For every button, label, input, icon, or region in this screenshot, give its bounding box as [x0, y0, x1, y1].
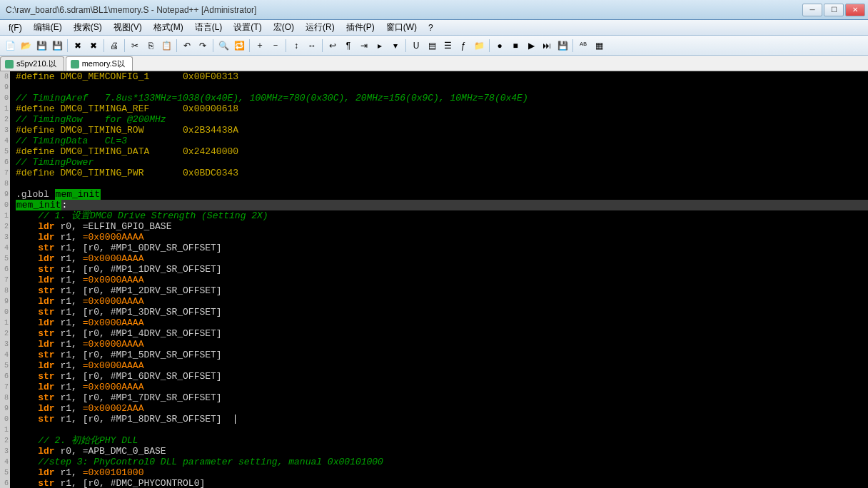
- code-line[interactable]: str r1, [r0, #MP1_4DRV_SR_OFFSET]: [16, 328, 868, 339]
- code-line[interactable]: mem_init:: [16, 200, 868, 210]
- minimize-button[interactable]: ─: [802, 4, 822, 16]
- menu-item[interactable]: 视图(V): [108, 20, 148, 35]
- find-icon[interactable]: 🔍: [216, 39, 231, 53]
- code-line[interactable]: ldr r1, =0x0000AAAA: [16, 339, 868, 350]
- copy-icon[interactable]: ⎘: [143, 39, 158, 53]
- code-line[interactable]: [16, 425, 868, 435]
- code-line[interactable]: ldr r1, =0x0000AAAA: [16, 360, 868, 371]
- code-line[interactable]: str r1, [r0, #MP1_6DRV_SR_OFFSET]: [16, 371, 868, 382]
- menu-item[interactable]: 插件(P): [340, 20, 380, 35]
- code-line[interactable]: [16, 82, 868, 93]
- toolbar-separator: [176, 39, 177, 52]
- play-macro-icon[interactable]: ▶: [524, 39, 538, 53]
- code-line[interactable]: str r1, [r0, #MP1_8DRV_SR_OFFSET]: [16, 414, 868, 425]
- code-line[interactable]: // TimingPower: [16, 157, 868, 168]
- doc-map-icon[interactable]: ▤: [425, 39, 439, 53]
- code-line[interactable]: ldr r1, =0x0000AAAA: [16, 382, 868, 392]
- menu-item[interactable]: 语言(L): [189, 20, 228, 35]
- cut-icon[interactable]: ✂: [128, 39, 142, 53]
- save-icon[interactable]: 💾: [34, 39, 49, 53]
- code-line[interactable]: #define DMC0_MEMCONFIG_1 0x00F00313: [16, 71, 868, 82]
- code-line[interactable]: ldr r1, =0x0000AAAA: [16, 317, 868, 328]
- editor-area[interactable]: 890123456789012345678901234567890123456 …: [0, 71, 868, 488]
- toolbar-separator: [405, 39, 406, 52]
- code-line[interactable]: #define DMC0_TIMING_ROW 0x2B34438A: [16, 125, 868, 136]
- code-line[interactable]: ldr r1, =0x0000AAAA: [16, 296, 868, 307]
- code-line[interactable]: ldr r0, =APB_DMC_0_BASE: [16, 446, 868, 457]
- sync-v-icon[interactable]: ↕: [289, 39, 303, 53]
- code-line[interactable]: ldr r1, =0x00002AAA: [16, 403, 868, 414]
- sync-h-icon[interactable]: ↔: [305, 39, 319, 53]
- func-list-icon[interactable]: ƒ: [456, 39, 470, 53]
- save-all-icon[interactable]: 💾: [50, 39, 64, 53]
- print-icon[interactable]: 🖨: [107, 39, 121, 53]
- menu-item[interactable]: 编辑(E): [28, 20, 68, 35]
- menu-item[interactable]: f(F): [3, 21, 28, 34]
- close-all-icon[interactable]: ✖: [86, 39, 101, 53]
- maximize-button[interactable]: ☐: [824, 4, 844, 16]
- code-line[interactable]: // TimingAref 7.8us*133MHz=1038(0x40E), …: [16, 93, 868, 103]
- code-line[interactable]: str r1, [r0, #MP1_3DRV_SR_OFFSET]: [16, 307, 868, 317]
- code-line[interactable]: #define DMC0_TIMING_PWR 0x0BDC0343: [16, 168, 868, 178]
- toggle-icon[interactable]: ▦: [592, 39, 606, 53]
- menu-item[interactable]: 设置(T): [228, 20, 267, 35]
- menu-item[interactable]: 格式(M): [148, 20, 189, 35]
- code-line[interactable]: // 1. 设置DMC0 Drive Strength (Setting 2X): [16, 210, 868, 221]
- editor-tab[interactable]: s5pv210.以: [0, 56, 64, 71]
- show-all-icon[interactable]: ¶: [341, 39, 355, 53]
- new-file-icon[interactable]: 📄: [3, 39, 17, 53]
- menu-item[interactable]: 宏(O): [268, 20, 300, 35]
- close-icon[interactable]: ✖: [71, 39, 85, 53]
- open-file-icon[interactable]: 📂: [19, 39, 33, 53]
- editor-tab[interactable]: memory.S以: [66, 56, 133, 71]
- code-line[interactable]: ldr r1, =0x00101000: [16, 467, 868, 478]
- code-line[interactable]: ldr r1, =0x0000AAAA: [16, 232, 868, 243]
- toolbar-separator: [489, 39, 490, 52]
- code-line[interactable]: //step 3: PhyControl0 DLL parameter sett…: [16, 457, 868, 467]
- code-line[interactable]: str r1, [r0, #MP1_7DRV_SR_OFFSET]: [16, 392, 868, 403]
- close-window-button[interactable]: ✕: [845, 4, 865, 16]
- undo-icon[interactable]: ↶: [180, 39, 194, 53]
- stop-macro-icon[interactable]: ■: [508, 39, 523, 53]
- toolbar-separator: [322, 39, 323, 52]
- fold-icon[interactable]: ▸: [373, 39, 387, 53]
- code-line[interactable]: ldr r0, =ELFIN_GPIO_BASE: [16, 221, 868, 232]
- code-line[interactable]: // 2. 初始化PHY DLL: [16, 435, 868, 446]
- code-line[interactable]: ldr r1, =0x0000AAAA: [16, 275, 868, 285]
- rec-macro-icon[interactable]: ●: [493, 39, 507, 53]
- code-line[interactable]: ldr r1, =0x0000AAAA: [16, 253, 868, 264]
- zoom-out-icon[interactable]: －: [268, 39, 283, 53]
- menubar: f(F)编辑(E)搜索(S)视图(V)格式(M)语言(L)设置(T)宏(O)运行…: [0, 20, 868, 36]
- code-line[interactable]: #define DMC0_TIMING_DATA 0x24240000: [16, 146, 868, 157]
- replace-icon[interactable]: 🔁: [232, 39, 246, 53]
- play-multi-icon[interactable]: ⏭: [540, 39, 554, 53]
- code-line[interactable]: str r1, [r0, #MP1_5DRV_SR_OFFSET]: [16, 350, 868, 360]
- redo-icon[interactable]: ↷: [196, 39, 210, 53]
- code-line[interactable]: str r1, [r0, #DMC_PHYCONTROL0]: [16, 478, 868, 488]
- unfold-icon[interactable]: ▾: [388, 39, 403, 53]
- code-line[interactable]: // TimingData CL=3: [16, 136, 868, 146]
- menu-item[interactable]: 运行(R): [300, 20, 340, 35]
- udl-icon[interactable]: U: [409, 39, 423, 53]
- wordwrap-icon[interactable]: ↩: [326, 39, 340, 53]
- code-line[interactable]: str r1, [r0, #MP1_2DRV_SR_OFFSET]: [16, 285, 868, 296]
- menu-item[interactable]: 搜索(S): [68, 20, 108, 35]
- save-macro-icon[interactable]: 💾: [555, 39, 570, 53]
- menu-item[interactable]: ?: [423, 21, 439, 34]
- code-line[interactable]: // TimingRow for @200MHz: [16, 114, 868, 125]
- code-line[interactable]: [16, 178, 868, 189]
- paste-icon[interactable]: 📋: [159, 39, 173, 53]
- code-line[interactable]: str r1, [r0, #MP1_1DRV_SR_OFFSET]: [16, 264, 868, 275]
- zoom-in-icon[interactable]: ＋: [253, 39, 267, 53]
- doc-list-icon[interactable]: ☰: [440, 39, 455, 53]
- menu-item[interactable]: 窗口(W): [380, 20, 423, 35]
- code-line[interactable]: .globl mem_init: [16, 189, 868, 200]
- spellcheck-icon[interactable]: ᴬᴮ: [576, 39, 590, 53]
- toolbar-separator: [286, 39, 286, 52]
- code-line[interactable]: str r1, [r0, #MP1_0DRV_SR_OFFSET]: [16, 243, 868, 253]
- code-line[interactable]: #define DMC0_TIMINGA_REF 0x00000618: [16, 103, 868, 114]
- code-area[interactable]: #define DMC0_MEMCONFIG_1 0x00F00313 // T…: [10, 71, 868, 488]
- indent-icon[interactable]: ⇥: [357, 39, 371, 53]
- folder-icon[interactable]: 📁: [472, 39, 486, 53]
- file-icon: [5, 60, 14, 68]
